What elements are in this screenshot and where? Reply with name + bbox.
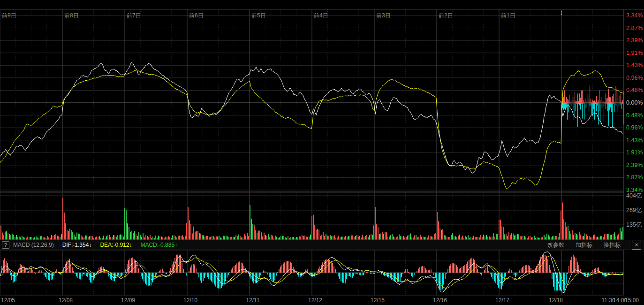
pct-label: 0.96% xyxy=(626,124,643,131)
macd-dea-value: DEA:-0.912↓ xyxy=(100,242,132,248)
date-label: 12/10 xyxy=(183,297,197,304)
day-label: 前8日 xyxy=(64,12,79,19)
help-icon[interactable]: ? xyxy=(2,241,9,249)
macd-hist-value: MACD:-0.885↑ xyxy=(140,242,177,248)
day-label: 前3日 xyxy=(376,12,391,19)
day-label: 前2日 xyxy=(439,12,453,19)
pct-label: 3.34% xyxy=(626,12,643,19)
time-label: 15:00 xyxy=(625,297,639,304)
date-label: 12/12 xyxy=(308,297,322,304)
chart-canvas[interactable]: 前9日前8日前7日前6日前5日前4日前3日前2日前1日3.34%2.87%2.3… xyxy=(0,0,644,305)
change-params-button[interactable]: 改参数 xyxy=(547,241,564,249)
day-scroll-marker-icon[interactable]: ↕ xyxy=(560,9,563,16)
pct-label: 0.48% xyxy=(626,87,643,93)
day-label: 前6日 xyxy=(189,12,204,19)
macd-params-label: MACD (12,26,9) xyxy=(13,242,54,248)
pct-label: 2.39% xyxy=(626,37,643,44)
macd-dif-value: DIF:-1.354↓ xyxy=(62,242,92,248)
date-label: 12/17 xyxy=(495,297,509,304)
add-indicator-button[interactable]: 加指标 xyxy=(576,241,592,249)
pct-label: 0.96% xyxy=(626,75,643,81)
date-label: 12/08 xyxy=(59,297,73,304)
pct-label: 0.00% xyxy=(626,99,643,106)
pct-label: 1.43% xyxy=(626,62,643,69)
date-label: 12/11 xyxy=(246,297,259,304)
day-label: 前5日 xyxy=(251,12,266,19)
date-label: 12/09 xyxy=(121,297,135,304)
date-label: 12/15 xyxy=(371,297,385,304)
date-label: 12/16 xyxy=(433,297,447,304)
switch-indicator-button[interactable]: 换指标 xyxy=(604,241,621,249)
pct-label: 2.39% xyxy=(626,162,643,168)
day-label: 前4日 xyxy=(314,12,328,19)
volume-scale-label: 404亿 xyxy=(626,192,642,199)
pct-label: 0.48% xyxy=(626,112,643,119)
pct-label: 1.91% xyxy=(626,149,643,156)
macd-header: ? MACD (12,26,9) DIF:-1.354↓ DEA:-0.912↓… xyxy=(0,240,644,250)
date-label: 12/05 xyxy=(1,297,15,304)
pct-label: 2.87% xyxy=(626,174,643,181)
pct-label: 2.87% xyxy=(626,25,643,31)
day-label: 前7日 xyxy=(127,12,141,19)
volume-scale-label: 135亿 xyxy=(626,221,642,228)
day-label: 前9日 xyxy=(2,12,16,19)
date-label: 12/18 xyxy=(549,297,563,304)
close-indicator-icon[interactable]: × xyxy=(632,241,641,250)
stock-app-window: 深证成指 分时 成交额(元) 前9日前8日前7日前6日前5日前4日前3日前2日前… xyxy=(0,0,644,305)
pct-label: 1.43% xyxy=(626,137,643,144)
volume-scale-label: 269亿 xyxy=(626,207,642,214)
pct-label: 1.91% xyxy=(626,50,643,56)
day-label: 前1日 xyxy=(501,12,515,19)
